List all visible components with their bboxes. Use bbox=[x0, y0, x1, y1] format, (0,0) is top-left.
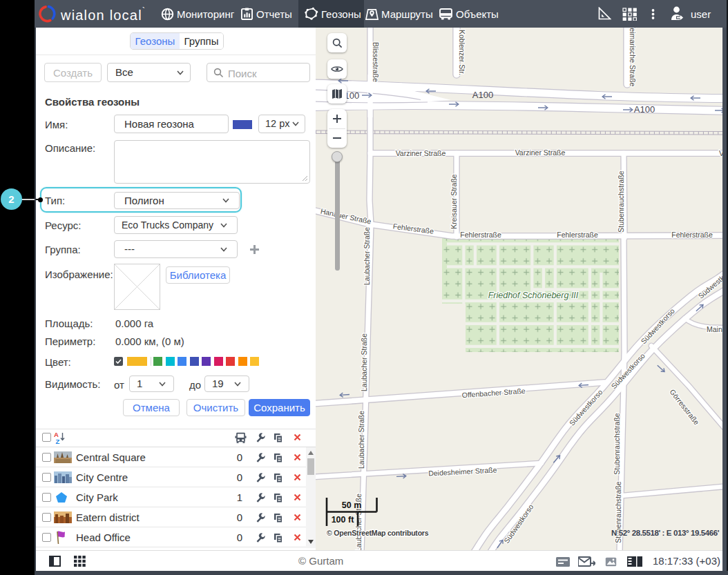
svg-text:50 m: 50 m bbox=[342, 500, 362, 510]
svg-text:Stubenrauchstraße: Stubenrauchstraße bbox=[613, 413, 621, 474]
svg-text:A100: A100 bbox=[472, 90, 493, 100]
svg-text:Fehlerstraße: Fehlerstraße bbox=[671, 231, 713, 239]
svg-text:Laubacher Straße: Laubacher Straße bbox=[357, 411, 365, 469]
svg-text:Laubacher Straße: Laubacher Straße bbox=[363, 227, 371, 285]
svg-text:Fehlerstraße: Fehlerstraße bbox=[460, 231, 501, 239]
svg-text:© OpenStreetMap contributors: © OpenStreetMap contributors bbox=[327, 529, 429, 537]
svg-text:Varziner Straße: Varziner Straße bbox=[515, 148, 566, 157]
svg-text:Fehlerstraße: Fehlerstraße bbox=[557, 231, 598, 239]
svg-text:Stubenrauchstraße: Stubenrauchstraße bbox=[617, 170, 625, 232]
svg-text:Kreisauer Straße: Kreisauer Straße bbox=[450, 174, 458, 229]
svg-text:N 52° 28.5518' : E 013° 19.546: N 52° 28.5518' : E 013° 19.5466' bbox=[611, 529, 720, 537]
svg-text:A100: A100 bbox=[634, 104, 655, 115]
svg-text:Blissestraße: Blissestraße bbox=[372, 42, 380, 82]
svg-text:100 ft: 100 ft bbox=[332, 515, 354, 525]
svg-text:Varziner Straße: Varziner Straße bbox=[396, 149, 446, 157]
svg-text:Mainauer Straße: Mainauer Straße bbox=[707, 325, 722, 333]
svg-text:Weimarische Straße: Weimarische Straße bbox=[629, 28, 637, 87]
svg-text:Laubacher Straße: Laubacher Straße bbox=[360, 333, 368, 391]
svg-text:A: A bbox=[54, 431, 59, 438]
svg-text:Z: Z bbox=[56, 438, 60, 445]
svg-text:Koblenzer Str.: Koblenzer Str. bbox=[458, 30, 466, 75]
svg-text:Friedhof Schöneberg III: Friedhof Schöneberg III bbox=[488, 291, 579, 300]
